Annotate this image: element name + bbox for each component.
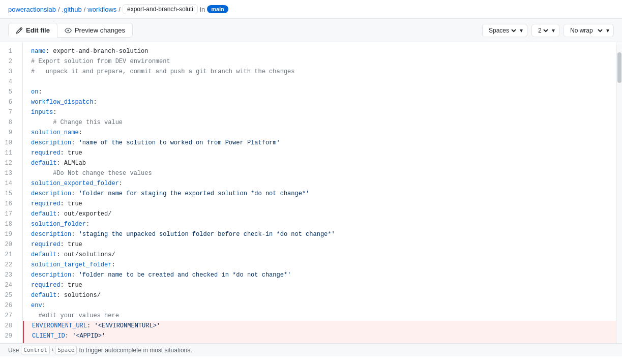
line-number: 15: [0, 189, 16, 199]
code-line[interactable]: workflow_dispatch:: [23, 97, 616, 107]
code-line[interactable]: required: true: [23, 239, 616, 250]
breadcrumb-dir1[interactable]: .github: [62, 6, 82, 13]
code-line[interactable]: on:: [23, 87, 616, 97]
chevron-down-icon: ▾: [520, 27, 523, 34]
code-line[interactable]: #edit your values here: [23, 311, 616, 321]
preview-tab-label: Preview changes: [75, 26, 125, 34]
line-number: 22: [0, 260, 16, 270]
spaces-select-wrapper[interactable]: Spaces Tabs ▾: [482, 24, 527, 37]
line-number: 8: [0, 117, 16, 128]
code-line[interactable]: description: 'folder name for staging th…: [23, 189, 616, 199]
line-number: 30: [0, 341, 16, 343]
code-line[interactable]: required: true: [23, 280, 616, 290]
line-number: 2: [0, 56, 16, 67]
chevron-down-icon-3: ▾: [606, 27, 609, 34]
line-number: 6: [0, 97, 16, 107]
code-line[interactable]: CLIENT_ID: '<APPID>': [23, 331, 616, 341]
line-number: 10: [0, 138, 16, 148]
scrollbar-thumb[interactable]: [617, 52, 621, 83]
line-number: 17: [0, 209, 16, 219]
code-line[interactable]: default: ALMLab: [23, 158, 616, 168]
code-line[interactable]: required: true: [23, 199, 616, 209]
line-number: 18: [0, 219, 16, 229]
code-line[interactable]: default: out/solutions/: [23, 250, 616, 260]
breadcrumb: poweractionslab / .github / workflows / …: [8, 4, 228, 14]
code-line[interactable]: required: true: [23, 148, 616, 158]
code-line[interactable]: description: 'staging the unpacked solut…: [23, 229, 616, 239]
tab-edit-file[interactable]: Edit file: [8, 23, 57, 38]
breadcrumb-dir2[interactable]: workflows: [87, 6, 116, 13]
wrap-select-wrapper[interactable]: No wrap Soft wrap ▾: [564, 24, 614, 37]
line-number: 4: [0, 77, 16, 87]
line-number: 29: [0, 331, 16, 341]
tab-preview-changes[interactable]: Preview changes: [57, 23, 133, 38]
line-number: 24: [0, 280, 16, 290]
line-number: 23: [0, 270, 16, 280]
code-line[interactable]: description: 'name of the solution to wo…: [23, 138, 616, 148]
line-number: 27: [0, 311, 16, 321]
code-line[interactable]: # unpack it and prepare, commit and push…: [23, 67, 616, 77]
breadcrumb-repo[interactable]: poweractionslab: [8, 6, 56, 13]
indent-select-wrapper[interactable]: 2 4 8 ▾: [531, 24, 559, 37]
line-number: 1: [0, 46, 16, 56]
code-line[interactable]: solution_target_folder:: [23, 260, 616, 270]
line-number: 5: [0, 87, 16, 97]
code-line[interactable]: solution_name:: [23, 128, 616, 138]
editor-toolbar: Edit file Preview changes Spaces Tabs ▾ …: [0, 19, 622, 42]
code-line[interactable]: TENANT_ID: '<TENANT ID>'|: [23, 341, 616, 343]
code-line[interactable]: env:: [23, 300, 616, 311]
line-number: 13: [0, 168, 16, 178]
breadcrumb-sep2: /: [84, 6, 86, 13]
code-line[interactable]: # Change this value: [23, 117, 616, 128]
status-use-text: Use: [8, 347, 19, 354]
editor-tabs: Edit file Preview changes: [8, 23, 133, 38]
line-number: 16: [0, 199, 16, 209]
line-number: 25: [0, 290, 16, 300]
line-number: 7: [0, 107, 16, 117]
breadcrumb-sep1: /: [58, 6, 60, 13]
code-line[interactable]: default: out/exported/: [23, 209, 616, 219]
code-area[interactable]: name: export-and-branch-solution# Export…: [23, 42, 616, 343]
status-plus: +: [51, 347, 54, 353]
key-space: Space: [55, 346, 77, 354]
chevron-down-icon-2: ▾: [552, 27, 555, 34]
code-line[interactable]: solution_exported_folder:: [23, 178, 616, 189]
code-line[interactable]: [23, 77, 616, 87]
eye-icon: [65, 27, 72, 34]
breadcrumb-file: export-and-branch-soluti: [123, 4, 198, 14]
line-number: 20: [0, 239, 16, 250]
code-line[interactable]: name: export-and-branch-solution: [23, 46, 616, 56]
code-line[interactable]: ENVIRONMENT_URL: '<ENVIRONMENTURL>': [23, 321, 616, 331]
status-kbd: Control + Space: [21, 346, 77, 354]
code-line[interactable]: inputs:: [23, 107, 616, 117]
line-number: 3: [0, 67, 16, 77]
indent-select[interactable]: 2 4 8: [536, 26, 550, 35]
line-number: 28: [0, 321, 16, 331]
editor-container: 1234567891011121314151617181920212223242…: [0, 42, 622, 343]
code-line[interactable]: default: solutions/: [23, 290, 616, 300]
code-line[interactable]: solution_folder:: [23, 219, 616, 229]
code-line[interactable]: #Do Not change these values: [23, 168, 616, 178]
status-rest-text: to trigger autocomplete in most situatio…: [79, 347, 192, 354]
spaces-select[interactable]: Spaces Tabs: [487, 26, 518, 35]
status-bar: Use Control + Space to trigger autocompl…: [0, 343, 622, 356]
edit-icon: [16, 27, 23, 34]
line-number: 9: [0, 128, 16, 138]
code-line[interactable]: # Export solution from DEV environment: [23, 56, 616, 67]
breadcrumb-branch[interactable]: main: [207, 5, 228, 13]
line-number: 14: [0, 178, 16, 189]
line-number: 12: [0, 158, 16, 168]
line-number: 11: [0, 148, 16, 158]
line-number: 21: [0, 250, 16, 260]
scrollbar-track[interactable]: [616, 42, 622, 343]
breadcrumb-sep3: /: [119, 6, 121, 13]
edit-tab-label: Edit file: [26, 26, 50, 34]
code-line[interactable]: description: 'folder name to be created …: [23, 270, 616, 280]
breadcrumb-bar: poweractionslab / .github / workflows / …: [0, 0, 622, 19]
line-number: 26: [0, 300, 16, 311]
editor-controls: Spaces Tabs ▾ 2 4 8 ▾ No wrap Soft wrap …: [482, 24, 614, 37]
line-number: 19: [0, 229, 16, 239]
key-control: Control: [21, 346, 49, 354]
line-numbers: 1234567891011121314151617181920212223242…: [0, 42, 23, 343]
wrap-select[interactable]: No wrap Soft wrap: [568, 26, 604, 35]
